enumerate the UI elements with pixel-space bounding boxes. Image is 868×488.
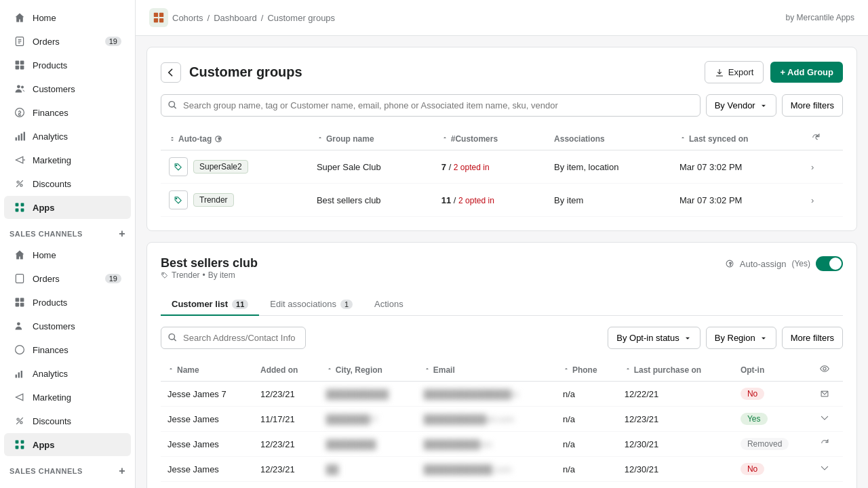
sales-channels-header: SALES CHANNELS + [0, 220, 135, 243]
th-associations: Associations [546, 127, 671, 150]
sidebar-item-home-label: Home [33, 13, 56, 23]
sidebar-item-apps2-label: Apps [33, 440, 55, 450]
sidebar-item-home2[interactable]: Home [4, 243, 131, 266]
tab-edit-associations[interactable]: Edit associations 1 [259, 293, 363, 316]
group-customers-0: 7 / 2 opted in [433, 150, 546, 184]
group-arrow-0[interactable]: › [803, 150, 843, 184]
svg-rect-36 [21, 441, 24, 444]
auto-assign-switch[interactable] [816, 256, 843, 271]
cname-2: Jesse James [161, 432, 254, 457]
sidebar-item-orders[interactable]: Orders 19 [4, 30, 131, 53]
by-vendor-filter[interactable]: By Vendor [706, 94, 776, 117]
svg-rect-37 [16, 446, 19, 449]
detail-title-block: Best sellers club Trender • By item [161, 256, 258, 291]
by-optin-filter[interactable]: By Opt-in status [608, 327, 700, 349]
sidebar-item-analytics2[interactable]: Analytics [4, 362, 131, 385]
sidebar-item-customers[interactable]: Customers [4, 77, 131, 100]
breadcrumb-dashboard[interactable]: Dashboard [214, 13, 257, 23]
customers2-icon [14, 320, 26, 332]
sidebar-item-apps2[interactable]: Apps [4, 433, 131, 456]
sidebar-item-products-label: Products [33, 60, 67, 70]
apps2-icon [14, 439, 26, 451]
export-button[interactable]: Export [705, 61, 764, 83]
svg-rect-24 [20, 298, 24, 302]
customer-more-filters[interactable]: More filters [782, 327, 843, 349]
coptin-2: Removed [734, 432, 813, 457]
tab-customer-list[interactable]: Customer list 11 [161, 293, 259, 316]
ccity-0: ██████████ [319, 382, 417, 407]
svg-point-16 [20, 184, 22, 186]
sidebar-item-customers-label: Customers [33, 84, 75, 94]
sidebar-item-products2[interactable]: Products [4, 291, 131, 314]
customer-search-icon [167, 332, 177, 344]
cadded-2: 12/23/21 [254, 432, 319, 457]
detail-subtitle: Trender • By item [161, 270, 258, 280]
svg-point-15 [17, 181, 19, 183]
group-tag-icon-1 [169, 190, 188, 209]
group-arrow-1[interactable]: › [803, 184, 843, 217]
svg-rect-11 [16, 138, 17, 141]
sidebar-item-finances2[interactable]: Finances [4, 338, 131, 361]
sidebar-item-apps[interactable]: Apps [4, 196, 131, 219]
svg-rect-7 [20, 66, 24, 70]
cth-email: Email [417, 359, 556, 382]
caction-3[interactable] [813, 457, 843, 482]
analytics-icon [14, 130, 26, 142]
cth-eye[interactable] [813, 359, 843, 382]
group-tag-label-1: Trender [193, 193, 234, 207]
svg-rect-29 [16, 375, 17, 378]
customer-row-3: Jesse James 12/23/21 ██ ███████████.com … [161, 457, 843, 482]
sidebar-item-discounts2[interactable]: Discounts [4, 409, 131, 432]
home2-icon [14, 249, 26, 261]
group-row-0[interactable]: SuperSale2 Super Sale Club 7 / 2 opted i… [161, 150, 843, 184]
customer-search-wrapper [161, 327, 602, 349]
customer-search-input[interactable] [161, 327, 306, 349]
sidebar-item-orders-label: Orders [33, 37, 60, 47]
sidebar-item-analytics[interactable]: Analytics [4, 125, 131, 148]
by-region-filter[interactable]: By Region [706, 327, 776, 349]
svg-rect-41 [154, 18, 158, 22]
caction-0[interactable] [813, 382, 843, 407]
group-last-synced-1: Mar 07 3:02 PM [671, 184, 803, 217]
sidebar-item-marketing[interactable]: Marketing [4, 148, 131, 171]
th-group-name: Group name [309, 127, 433, 150]
add-sales-channel-icon[interactable]: + [119, 228, 125, 240]
page-title: Customer groups [189, 64, 302, 80]
apps-icon [14, 201, 26, 214]
sidebar-item-products2-label: Products [33, 298, 67, 308]
ccity-1: ███████IY [319, 407, 417, 432]
caction-2[interactable] [813, 432, 843, 457]
group-tag-1: Trender [161, 184, 309, 217]
analytics2-icon [14, 367, 26, 380]
sidebar-item-customers2[interactable]: Customers [4, 314, 131, 338]
breadcrumb-current: Customer groups [267, 13, 335, 23]
finances2-icon [14, 344, 26, 356]
customers-table: Name Added on City, Region Email Phone L… [161, 359, 843, 482]
coptin-1: Yes [734, 407, 813, 432]
groups-search-input[interactable] [161, 94, 701, 117]
sidebar-item-orders2[interactable]: Orders 19 [4, 267, 131, 290]
sidebar-item-discounts[interactable]: Discounts [4, 172, 131, 195]
customers-icon [14, 83, 26, 95]
sidebar: Home Orders 19 Products Customers Fina [0, 0, 136, 488]
breadcrumb-sep1: / [208, 13, 210, 23]
tab-actions[interactable]: Actions [363, 293, 414, 316]
sidebar-item-finances[interactable]: Finances [4, 101, 131, 124]
groups-search-icon [167, 100, 177, 111]
group-row-1[interactable]: Trender Best sellers club 11 / 2 opted i… [161, 184, 843, 217]
breadcrumb-cohorts[interactable]: Cohorts [172, 13, 203, 23]
more-filters-button[interactable]: More filters [782, 94, 843, 117]
sidebar-item-products[interactable]: Products [4, 54, 131, 77]
add-group-button[interactable]: + Add Group [770, 62, 843, 83]
orders2-badge: 19 [105, 274, 121, 283]
caction-1[interactable] [813, 407, 843, 432]
detail-section: Best sellers club Trender • By item ? Au… [146, 242, 857, 488]
th-refresh[interactable] [803, 127, 843, 150]
th-auto-tag: Auto-tag ? [161, 127, 309, 150]
sidebar-item-home[interactable]: Home [4, 6, 131, 29]
add-sales-channel2-icon[interactable]: + [119, 465, 125, 477]
orders-badge: 19 [105, 37, 121, 46]
sidebar-item-marketing2[interactable]: Marketing [4, 386, 131, 409]
back-button[interactable] [161, 62, 181, 83]
customer-row-1: Jesse James 11/17/21 ███████IY █████████… [161, 407, 843, 432]
